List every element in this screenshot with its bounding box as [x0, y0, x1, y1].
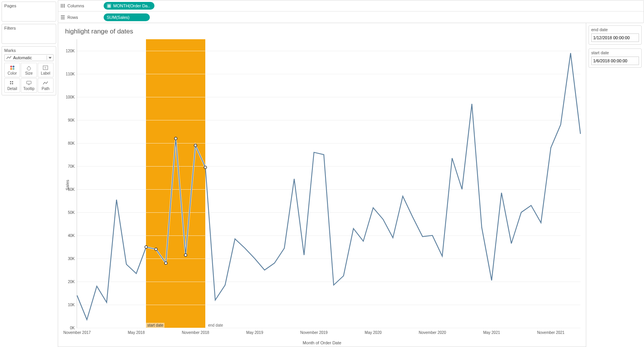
marks-color-label: Color: [8, 71, 17, 75]
svg-rect-17: [61, 17, 65, 18]
app-root: Pages Filters Marks Automatic Color: [0, 0, 644, 347]
marks-title: Marks: [4, 48, 54, 53]
x-tick-label: May 2019: [246, 330, 263, 335]
marks-path-label: Path: [42, 87, 50, 91]
svg-point-3: [12, 68, 14, 70]
marks-card: Marks Automatic Color Size: [2, 46, 56, 95]
marks-size-label: Size: [25, 71, 32, 75]
param-start-date: start date: [589, 48, 642, 68]
y-tick-label: 90K: [63, 118, 75, 122]
svg-rect-9: [12, 81, 13, 82]
svg-rect-13: [61, 4, 62, 8]
label-icon: T: [43, 65, 48, 70]
svg-rect-8: [10, 81, 11, 82]
svg-point-2: [10, 68, 12, 70]
path-icon: [43, 81, 48, 85]
x-tick-label: November 2021: [537, 330, 565, 335]
marks-path-button[interactable]: Path: [38, 78, 54, 93]
rows-icon: [60, 15, 65, 20]
highlight-point[interactable]: [145, 246, 148, 249]
x-tick-label: May 2020: [365, 330, 382, 335]
svg-point-4: [27, 67, 30, 70]
y-tick-label: 80K: [63, 141, 75, 145]
y-tick-label: 0K: [63, 326, 75, 330]
filters-title: Filters: [4, 26, 54, 30]
filters-card[interactable]: Filters: [2, 24, 56, 44]
y-tick-label: 120K: [63, 49, 75, 53]
rows-shelf[interactable]: Rows SUM(Sales): [58, 12, 644, 23]
mark-type-label: Automatic: [13, 55, 32, 60]
rows-pill[interactable]: SUM(Sales): [104, 13, 150, 21]
columns-pill-text: MONTH(Order Da..: [113, 3, 150, 8]
y-tick-label: 110K: [63, 72, 75, 76]
x-axis-label: Month of Order Date: [303, 340, 341, 345]
y-tick-label: 50K: [63, 210, 75, 215]
tooltip-icon: [26, 81, 32, 85]
svg-rect-18: [61, 18, 65, 19]
highlight-point[interactable]: [174, 137, 177, 140]
marks-color-button[interactable]: Color: [4, 63, 20, 77]
chart-title: highlight range of dates: [65, 28, 583, 35]
svg-rect-12: [27, 81, 31, 84]
marks-tooltip-button[interactable]: Tooltip: [21, 78, 37, 93]
highlight-point[interactable]: [194, 144, 197, 147]
columns-pill[interactable]: ⊞ MONTH(Order Da..: [104, 2, 154, 10]
y-tick-label: 70K: [63, 164, 75, 168]
param-start-title: start date: [591, 50, 639, 55]
parameters-panel: end date start date: [586, 23, 644, 347]
size-icon: [26, 65, 32, 70]
y-tick-label: 30K: [63, 257, 75, 261]
x-tick-label: November 2017: [63, 330, 91, 335]
plot-area[interactable]: 0K10K20K30K40K50K60K70K80K90K100K110K120…: [77, 39, 580, 328]
y-tick-label: 100K: [63, 95, 75, 99]
param-start-input[interactable]: [591, 57, 639, 65]
columns-icon: [60, 3, 65, 8]
marks-label-button[interactable]: T Label: [38, 63, 54, 77]
chart-viewport[interactable]: highlight range of dates Sales Month of …: [58, 23, 586, 347]
highlight-point[interactable]: [164, 262, 167, 265]
y-tick-label: 60K: [63, 187, 75, 192]
param-end-input[interactable]: [591, 33, 639, 42]
rows-pill-text: SUM(Sales): [107, 15, 129, 20]
svg-rect-14: [62, 4, 63, 8]
columns-shelf[interactable]: Columns ⊞ MONTH(Order Da..: [58, 0, 644, 12]
x-tick-label: May 2018: [128, 330, 145, 335]
pages-card[interactable]: Pages: [2, 2, 56, 22]
svg-rect-11: [12, 83, 13, 84]
mark-type-select[interactable]: Automatic: [4, 54, 54, 61]
marks-label-label: Label: [41, 71, 50, 75]
svg-rect-10: [10, 83, 11, 84]
svg-text:T: T: [44, 66, 46, 70]
rows-label: Rows: [67, 15, 78, 20]
highlight-point[interactable]: [184, 254, 187, 257]
plus-icon: ⊞: [107, 3, 111, 8]
param-end-title: end date: [591, 27, 639, 32]
detail-icon: [10, 81, 15, 85]
param-end-date: end date: [589, 25, 642, 45]
automatic-line-icon: [6, 56, 12, 60]
pages-title: Pages: [4, 3, 54, 8]
x-tick-label: November 2019: [300, 330, 327, 335]
svg-rect-16: [61, 15, 65, 16]
svg-point-5: [29, 66, 29, 67]
y-tick-label: 20K: [63, 280, 75, 284]
y-tick-label: 10K: [63, 303, 75, 307]
marks-tooltip-label: Tooltip: [23, 87, 35, 91]
line-chart-svg: [77, 39, 580, 328]
chevron-down-icon: [47, 55, 52, 60]
shelves: Columns ⊞ MONTH(Order Da.. Rows SUM(Sale…: [58, 0, 644, 23]
y-tick-label: 40K: [63, 234, 75, 238]
color-icon: [10, 65, 15, 70]
highlight-point[interactable]: [155, 248, 158, 251]
highlight-point[interactable]: [204, 166, 207, 169]
columns-label: Columns: [67, 3, 84, 8]
svg-point-0: [10, 65, 12, 67]
x-tick-label: May 2021: [483, 330, 500, 335]
x-tick-label: November 2018: [182, 330, 209, 335]
svg-rect-15: [64, 4, 65, 8]
svg-point-1: [12, 65, 14, 67]
marks-size-button[interactable]: Size: [21, 63, 37, 77]
marks-detail-button[interactable]: Detail: [4, 78, 20, 93]
left-sidebar: Pages Filters Marks Automatic Color: [0, 0, 58, 347]
x-tick-label: November 2020: [419, 330, 446, 335]
